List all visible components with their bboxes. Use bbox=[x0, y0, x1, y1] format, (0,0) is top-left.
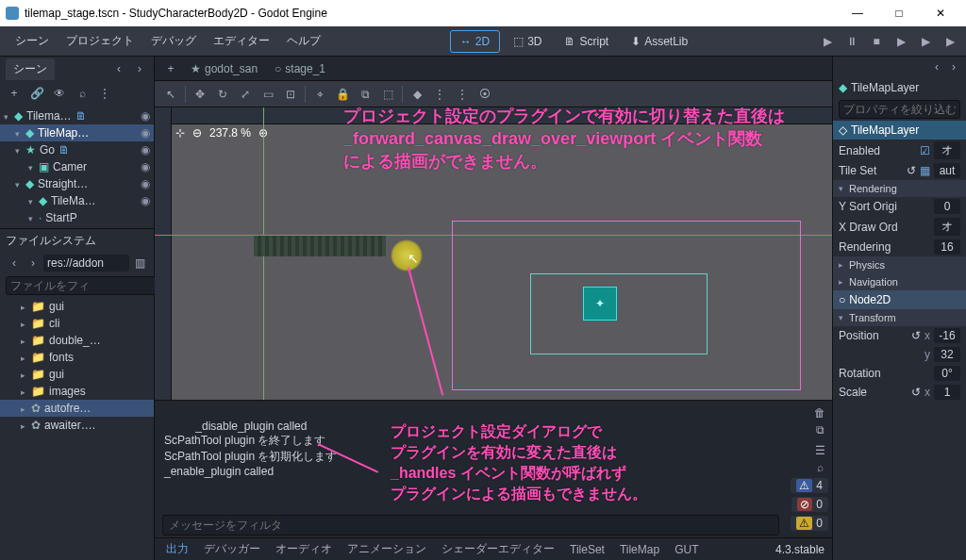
vp-tool-0[interactable]: ↖ bbox=[162, 86, 179, 103]
dock-arrow-left-icon[interactable]: ‹ bbox=[110, 60, 127, 77]
script-icon[interactable]: 🗎 bbox=[75, 109, 87, 123]
filesystem-tree[interactable]: 📁gui📁cli📁double_…📁fonts📁gui📁images✿autof… bbox=[0, 298, 154, 560]
vp-tool-4[interactable]: ▭ bbox=[259, 86, 276, 103]
fs-gui[interactable]: 📁gui bbox=[0, 298, 154, 315]
fs-filter-input[interactable] bbox=[6, 276, 157, 295]
vp-tool-13[interactable]: ⦿ bbox=[476, 86, 493, 103]
menu-デバッグ[interactable]: デバッグ bbox=[143, 29, 204, 53]
output-text[interactable]: _disable_plugin called ScPathTool plugin… bbox=[155, 401, 791, 513]
menu-プロジェクト[interactable]: プロジェクト bbox=[58, 29, 142, 53]
file-tab-stage_1[interactable]: ○stage_1 bbox=[269, 60, 331, 77]
scene-tool-4[interactable]: ⋮ bbox=[96, 85, 113, 102]
prop-y[interactable]: y32 bbox=[833, 345, 966, 364]
checkbox-icon[interactable]: ☑ bbox=[920, 144, 930, 157]
bottom-tab-GUT[interactable]: GUT bbox=[671, 541, 702, 558]
playback-button-1[interactable]: ⏸ bbox=[843, 33, 860, 50]
menu-ヘルプ[interactable]: ヘルプ bbox=[279, 29, 328, 53]
playback-button-5[interactable]: ▶ bbox=[941, 33, 958, 50]
playback-button-4[interactable]: ▶ bbox=[917, 33, 934, 50]
dock-arrow-right-icon[interactable]: › bbox=[945, 58, 962, 75]
vp-tool-7[interactable]: 🔒 bbox=[334, 86, 351, 103]
path-split-icon[interactable]: ▥ bbox=[131, 255, 148, 272]
reset-icon[interactable]: ↺ bbox=[911, 386, 921, 399]
prop-Rotation[interactable]: Rotation0° bbox=[833, 364, 966, 383]
dock-arrow-right-icon[interactable]: › bbox=[131, 60, 148, 77]
scene-tab[interactable]: シーン bbox=[6, 58, 55, 80]
output-filter-input[interactable] bbox=[162, 515, 779, 535]
close-button[interactable]: ✕ bbox=[921, 1, 960, 25]
playback-button-2[interactable]: ■ bbox=[868, 33, 885, 50]
bottom-tab-出力[interactable]: 出力 bbox=[162, 539, 192, 559]
fs-images[interactable]: 📁images bbox=[0, 383, 154, 400]
output-filter-icon[interactable]: ☰ bbox=[811, 444, 828, 457]
bottom-tab-TileSet[interactable]: TileSet bbox=[566, 541, 608, 558]
fs-autofre…[interactable]: ✿autofre… bbox=[0, 400, 154, 417]
visibility-icon[interactable]: ◉ bbox=[141, 177, 150, 190]
center-view-icon[interactable]: ⊹ bbox=[175, 126, 185, 140]
scene-tool-0[interactable]: + bbox=[6, 85, 23, 102]
mode-assetlib[interactable]: ⬇ AssetLib bbox=[622, 30, 697, 53]
vp-tool-2[interactable]: ↻ bbox=[214, 86, 231, 103]
fs-awaiter….[interactable]: ✿awaiter…. bbox=[0, 417, 154, 434]
scene-tree[interactable]: ◆Tilema…🗎◉◆TileMap…◉★Go🗎◉▣Camer◉◆Straigh… bbox=[0, 106, 154, 228]
group-navigation[interactable]: Navigation bbox=[833, 273, 966, 290]
prop-X Draw Ord[interactable]: X Draw Ordオ bbox=[833, 216, 966, 238]
fs-cli[interactable]: 📁cli bbox=[0, 315, 154, 332]
mode-script[interactable]: 🗎 Script bbox=[555, 30, 618, 53]
output-badge[interactable]: ⚠0 bbox=[791, 516, 828, 531]
scene-node-Tilema…[interactable]: ◆Tilema…🗎◉ bbox=[0, 107, 154, 124]
visibility-icon[interactable]: ◉ bbox=[141, 126, 150, 140]
scene-tool-3[interactable]: ⌕ bbox=[74, 85, 91, 102]
bottom-tab-オーディオ[interactable]: オーディオ bbox=[272, 539, 336, 559]
vp-tool-1[interactable]: ✥ bbox=[192, 86, 208, 103]
output-badge[interactable]: ⚠4 bbox=[791, 478, 828, 493]
scene-node-Straight…[interactable]: ◆Straight…◉ bbox=[0, 175, 154, 192]
vp-tool-12[interactable]: ⋮ bbox=[454, 86, 471, 103]
zoom-value[interactable]: 237.8 % bbox=[209, 126, 251, 140]
output-badge[interactable]: ⊘0 bbox=[791, 497, 828, 512]
fs-double_…[interactable]: 📁double_… bbox=[0, 332, 154, 349]
menu-シーン[interactable]: シーン bbox=[8, 29, 57, 53]
playback-button-0[interactable]: ▶ bbox=[819, 33, 836, 50]
menu-エディター[interactable]: エディター bbox=[206, 29, 277, 53]
fs-path[interactable]: res://addon bbox=[43, 255, 129, 272]
prop-Scale[interactable]: Scale↺x1 bbox=[833, 383, 966, 402]
mode-2d[interactable]: ↔ 2D bbox=[450, 30, 500, 53]
scene-node-Camer[interactable]: ▣Camer◉ bbox=[0, 158, 154, 175]
vp-tool-9[interactable]: ⬚ bbox=[379, 86, 396, 103]
reset-icon[interactable]: ↺ bbox=[911, 329, 921, 342]
fs-gui[interactable]: 📁gui bbox=[0, 366, 154, 383]
minimize-button[interactable]: — bbox=[838, 1, 877, 25]
prop-Rendering[interactable]: Rendering16 bbox=[833, 238, 966, 256]
vp-tool-3[interactable]: ⤢ bbox=[237, 86, 254, 103]
vp-tool-8[interactable]: ⧉ bbox=[357, 86, 374, 103]
file-tab-godot_san[interactable]: ★godot_san bbox=[185, 60, 263, 77]
scene-node-TileMa…[interactable]: ◆TileMa…◉ bbox=[0, 192, 154, 209]
visibility-icon[interactable]: ◉ bbox=[141, 160, 150, 173]
reset-icon[interactable]: ↺ bbox=[907, 164, 916, 177]
vp-tool-11[interactable]: ⋮ bbox=[431, 86, 448, 103]
path-fwd-icon[interactable]: › bbox=[25, 255, 42, 272]
scene-tool-2[interactable]: 👁 bbox=[51, 85, 68, 102]
prop-Y Sort Origi[interactable]: Y Sort Origi0 bbox=[833, 197, 966, 216]
vp-tool-10[interactable]: ◆ bbox=[408, 86, 425, 103]
prop-Position[interactable]: Position↺x-16 bbox=[833, 326, 966, 345]
bottom-tab-デバッガー[interactable]: デバッガー bbox=[200, 539, 264, 559]
node2d-header[interactable]: ○Node2D bbox=[833, 290, 966, 309]
viewport[interactable]: ⊹ ⊖ 237.8 % ⊕ ✦ ↖ プロジェクト設定のプラグインで有効に切り替え… bbox=[155, 107, 832, 400]
add-tab-icon[interactable]: + bbox=[162, 60, 179, 77]
fs-fonts[interactable]: 📁fonts bbox=[0, 349, 154, 366]
scene-node-StartP[interactable]: ·StartP bbox=[0, 209, 154, 226]
clear-output-icon[interactable]: 🗑 bbox=[811, 406, 828, 420]
bottom-tab-シェーダーエディター[interactable]: シェーダーエディター bbox=[438, 539, 558, 559]
mode-3d[interactable]: ⬚ 3D bbox=[504, 30, 551, 53]
dock-arrow-left-icon[interactable]: ‹ bbox=[928, 58, 945, 75]
visibility-icon[interactable]: ◉ bbox=[141, 143, 150, 156]
group-rendering[interactable]: Rendering bbox=[833, 180, 966, 197]
vp-tool-5[interactable]: ⊡ bbox=[282, 86, 299, 103]
output-search-icon[interactable]: ⌕ bbox=[811, 461, 828, 474]
group-transform[interactable]: Transform bbox=[833, 309, 966, 326]
visibility-icon[interactable]: ◉ bbox=[141, 109, 150, 123]
group-physics[interactable]: Physics bbox=[833, 256, 966, 273]
maximize-button[interactable]: □ bbox=[879, 1, 919, 25]
